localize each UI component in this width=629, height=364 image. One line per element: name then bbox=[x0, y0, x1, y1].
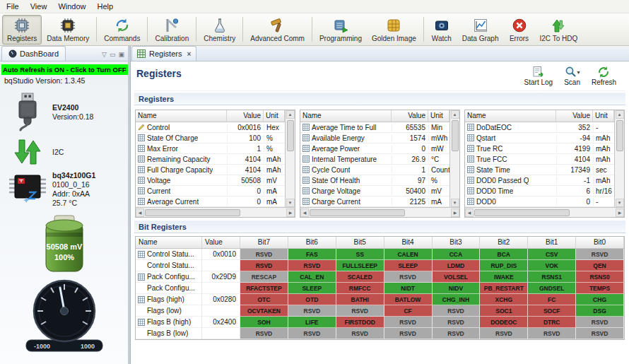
table-row[interactable]: DoDatEOC352- bbox=[465, 122, 614, 133]
toolbar-data-graph[interactable]: Data Graph bbox=[457, 15, 504, 45]
action-scan[interactable]: Scan bbox=[564, 65, 580, 86]
column-header-value[interactable]: Value bbox=[202, 237, 240, 248]
menu-item-help[interactable]: Help bbox=[92, 1, 119, 12]
scroll-down-icon[interactable] bbox=[286, 199, 295, 207]
column-header-unit[interactable]: Unit bbox=[264, 110, 285, 122]
scroll-up-icon[interactable] bbox=[451, 110, 459, 119]
vertical-scrollbar[interactable] bbox=[285, 110, 295, 207]
table-row[interactable]: DOD00- bbox=[465, 196, 614, 207]
bit-register-row[interactable]: Flags B (high)0x2400SOHLIFEFIRSTDODRSVDR… bbox=[136, 317, 624, 328]
toolbar-watch[interactable]: Watch bbox=[426, 15, 457, 45]
scroll-right-icon[interactable] bbox=[451, 209, 459, 217]
vertical-scrollbar[interactable] bbox=[614, 110, 624, 207]
table-row[interactable]: Remaining Capacity4104mAh bbox=[136, 154, 285, 165]
table-row[interactable]: Internal Temperature26.9°C bbox=[300, 154, 449, 165]
bit-register-row[interactable]: Pack Configu...0x29D9RESCAPCAL_ENSCALEDR… bbox=[136, 271, 624, 283]
dropdown-caret-icon[interactable] bbox=[577, 68, 580, 76]
column-header-name[interactable]: Name bbox=[136, 237, 202, 248]
column-header-bit2[interactable]: Bit2 bbox=[480, 237, 528, 248]
column-header-bit5[interactable]: Bit5 bbox=[336, 237, 384, 248]
scroll-left-icon[interactable] bbox=[465, 209, 474, 217]
scroll-left-icon[interactable] bbox=[300, 209, 309, 217]
table-row[interactable]: Average Time to Full65535Min bbox=[300, 122, 449, 133]
horizontal-scrollbar[interactable] bbox=[300, 207, 459, 217]
toolbar-registers[interactable]: Registers bbox=[2, 15, 42, 45]
toolbar-errors[interactable]: Errors bbox=[504, 15, 535, 45]
column-header-name[interactable]: Name bbox=[136, 110, 227, 122]
column-header-value[interactable]: Value bbox=[556, 110, 593, 122]
scroll-thumb[interactable] bbox=[145, 209, 240, 216]
minimize-icon[interactable] bbox=[110, 51, 116, 58]
horizontal-scrollbar[interactable] bbox=[465, 207, 624, 217]
table-row[interactable]: Average Current0mA bbox=[136, 196, 285, 207]
column-header-unit[interactable]: Unit bbox=[428, 110, 449, 122]
action-refresh[interactable]: Refresh bbox=[592, 65, 616, 86]
scroll-thumb[interactable] bbox=[474, 209, 570, 216]
horizontal-scrollbar[interactable] bbox=[136, 207, 295, 217]
menu-item-window[interactable]: Window bbox=[52, 1, 91, 12]
column-header-bit7[interactable]: Bit7 bbox=[240, 237, 288, 248]
column-header-value[interactable]: Value bbox=[392, 110, 428, 122]
column-header-unit[interactable]: Unit bbox=[593, 110, 614, 122]
table-row[interactable]: Max Error1% bbox=[136, 143, 285, 154]
bit-register-row[interactable]: Flags (low)OCVTAKENRSVDRSVDCFRSVDSOC1SOC… bbox=[136, 305, 624, 317]
bit-register-row[interactable]: Control Statu...0x0010RSVDFASSSCALENCCAB… bbox=[136, 249, 624, 260]
toolbar-golden-image[interactable]: Golden Image bbox=[367, 15, 421, 45]
auto-refresh-toggle[interactable]: Auto Refresh is ON - Click to Turn OFF bbox=[1, 64, 128, 75]
close-tab-icon[interactable] bbox=[187, 50, 191, 58]
table-row[interactable]: True FCC4104mAh bbox=[465, 154, 614, 165]
scroll-thumb[interactable] bbox=[310, 209, 405, 216]
table-row[interactable]: State Time17349sec bbox=[465, 165, 614, 175]
toolbar-commands[interactable]: Commands bbox=[99, 15, 145, 45]
table-row[interactable]: Current0mA bbox=[136, 186, 285, 196]
column-header-name[interactable]: Name bbox=[465, 110, 556, 122]
table-row[interactable]: DOD0 Passed Q-1mAh bbox=[465, 175, 614, 186]
menu-item-file[interactable]: File bbox=[1, 1, 25, 12]
column-header-bit4[interactable]: Bit4 bbox=[384, 237, 433, 248]
bit-register-row[interactable]: Flags B (low)RSVDRSVDRSVDRSVDRSVDRSVDRSV… bbox=[136, 328, 624, 339]
table-row[interactable]: Voltage50508mV bbox=[136, 175, 285, 186]
table-row[interactable]: Charge Current2125mA bbox=[300, 196, 449, 207]
table-row[interactable]: Average Power0mW bbox=[300, 143, 449, 154]
column-header-name[interactable]: Name bbox=[300, 110, 392, 122]
scroll-right-icon[interactable] bbox=[286, 209, 295, 217]
view-menu-icon[interactable] bbox=[102, 51, 107, 58]
bit-register-row[interactable]: Pack Configu...RFACTSTEPSLEEPRMFCCNIDTNI… bbox=[136, 283, 624, 294]
vertical-scrollbar[interactable] bbox=[449, 110, 459, 207]
column-header-bit6[interactable]: Bit6 bbox=[288, 237, 336, 248]
scroll-thumb[interactable] bbox=[452, 120, 459, 151]
table-row[interactable]: True RC4199mAh bbox=[465, 143, 614, 154]
table-row[interactable]: State Of Health97% bbox=[300, 175, 449, 186]
scroll-up-icon[interactable] bbox=[286, 110, 295, 119]
column-header-value[interactable]: Value bbox=[227, 110, 264, 122]
toolbar-advanced-comm[interactable]: Advanced Comm bbox=[245, 15, 310, 45]
table-row[interactable]: Charge Voltage50400mV bbox=[300, 186, 449, 196]
bit-register-row[interactable]: Flags (high)0x0280OTCOTDBATHIBATLOWCHG_I… bbox=[136, 294, 624, 305]
table-row[interactable]: Control0x0016Hex bbox=[136, 122, 285, 133]
scroll-right-icon[interactable] bbox=[616, 209, 624, 217]
action-start-log[interactable]: Start Log bbox=[524, 65, 553, 86]
scroll-thumb[interactable] bbox=[616, 120, 623, 151]
scroll-thumb[interactable] bbox=[287, 120, 294, 151]
column-header-bit1[interactable]: Bit1 bbox=[528, 237, 576, 248]
toolbar-chemistry[interactable]: Chemistry bbox=[199, 15, 240, 45]
toolbar-programming[interactable]: Programming bbox=[314, 15, 367, 45]
scroll-left-icon[interactable] bbox=[136, 209, 144, 217]
bit-register-row[interactable]: Control Statu...RSVDRSVDFULLSLEEPSLEEPLD… bbox=[136, 260, 624, 271]
scroll-up-icon[interactable] bbox=[616, 110, 624, 119]
column-header-bit0[interactable]: Bit0 bbox=[576, 237, 624, 248]
table-row[interactable]: Cycle Count1Counts bbox=[300, 165, 449, 175]
toolbar-calibration[interactable]: Calibration bbox=[150, 15, 194, 45]
tab-dashboard[interactable]: DashBoard bbox=[1, 46, 66, 61]
toolbar-i2c-to-hdq[interactable]: I2C To HDQ bbox=[535, 15, 583, 45]
table-row[interactable]: Qstart-94mAh bbox=[465, 133, 614, 143]
tab-registers[interactable]: Registers bbox=[131, 46, 196, 61]
table-row[interactable]: State Of Charge100% bbox=[136, 133, 285, 143]
maximize-icon[interactable] bbox=[118, 51, 124, 58]
scroll-down-icon[interactable] bbox=[451, 199, 459, 207]
menu-item-view[interactable]: View bbox=[25, 1, 53, 12]
scroll-down-icon[interactable] bbox=[616, 199, 624, 207]
table-row[interactable]: Available Energy1574mWh bbox=[300, 133, 449, 143]
toolbar-data-memory[interactable]: Data Memory bbox=[42, 15, 94, 45]
column-header-bit3[interactable]: Bit3 bbox=[433, 237, 481, 248]
